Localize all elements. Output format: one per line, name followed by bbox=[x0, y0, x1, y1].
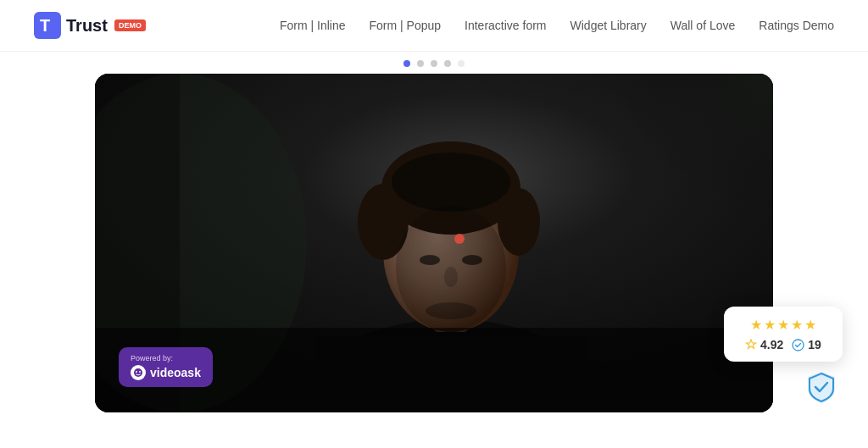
videoask-face-icon bbox=[131, 365, 146, 380]
main-nav: Form | Inline Form | Popup Interactive f… bbox=[280, 19, 834, 32]
rating-details: 4.92 19 bbox=[745, 338, 821, 351]
svg-point-15 bbox=[462, 255, 482, 265]
nav-form-inline[interactable]: Form | Inline bbox=[280, 19, 346, 32]
rating-score: 4.92 bbox=[745, 338, 783, 351]
video-background: Bob Powered by: videoask bbox=[95, 74, 773, 412]
star-2: ★ bbox=[764, 317, 776, 333]
svg-point-18 bbox=[454, 234, 465, 244]
nav-widget-library[interactable]: Widget Library bbox=[570, 19, 647, 32]
powered-by-text: Powered by: bbox=[131, 354, 201, 362]
videoask-badge: Powered by: videoask bbox=[119, 347, 213, 387]
nav-form-popup[interactable]: Form | Popup bbox=[369, 19, 441, 32]
svg-text:T: T bbox=[40, 16, 50, 35]
svg-point-16 bbox=[444, 267, 458, 287]
rating-widget: ★ ★ ★ ★ ★ 4.92 19 bbox=[724, 307, 843, 362]
star-3: ★ bbox=[777, 317, 789, 333]
videoask-shield-logo bbox=[804, 370, 838, 404]
check-circle-icon bbox=[792, 339, 804, 351]
video-card[interactable]: Bob Powered by: videoask bbox=[95, 74, 773, 412]
logo-text: Trust bbox=[66, 16, 108, 36]
star-4: ★ bbox=[791, 317, 803, 333]
rating-count: 19 bbox=[792, 338, 821, 351]
star-1: ★ bbox=[750, 317, 762, 333]
score-value: 4.92 bbox=[760, 338, 783, 351]
svg-point-22 bbox=[136, 371, 137, 373]
star-5: ★ bbox=[804, 317, 816, 333]
slide-dots bbox=[0, 52, 868, 74]
dot-2[interactable] bbox=[417, 60, 424, 67]
svg-point-23 bbox=[139, 371, 141, 373]
nav-interactive-form[interactable]: Interactive form bbox=[465, 19, 546, 32]
nav-ratings-demo[interactable]: Ratings Demo bbox=[759, 19, 834, 32]
svg-point-12 bbox=[392, 152, 510, 212]
nav-wall-of-love[interactable]: Wall of Love bbox=[670, 19, 736, 32]
svg-point-17 bbox=[426, 302, 476, 319]
videoask-logo-row: videoask bbox=[131, 365, 201, 380]
header: T Trust Demo Form | Inline Form | Popup … bbox=[0, 0, 868, 52]
dot-3[interactable] bbox=[431, 60, 437, 67]
trust-logo-icon: T bbox=[34, 12, 61, 39]
count-value: 19 bbox=[808, 338, 821, 351]
stars-row: ★ ★ ★ ★ ★ bbox=[750, 317, 816, 333]
demo-badge: Demo bbox=[114, 19, 146, 31]
videoask-name: videoask bbox=[150, 366, 201, 379]
main-content: Bob Powered by: videoask bbox=[0, 74, 868, 412]
svg-point-11 bbox=[498, 188, 540, 256]
dot-4[interactable] bbox=[444, 60, 451, 67]
star-outline-icon bbox=[745, 339, 757, 351]
svg-point-14 bbox=[420, 255, 440, 265]
dot-5[interactable] bbox=[458, 60, 465, 67]
dot-1[interactable] bbox=[403, 60, 410, 67]
logo-area: T Trust Demo bbox=[34, 12, 146, 39]
svg-point-24 bbox=[793, 340, 804, 351]
